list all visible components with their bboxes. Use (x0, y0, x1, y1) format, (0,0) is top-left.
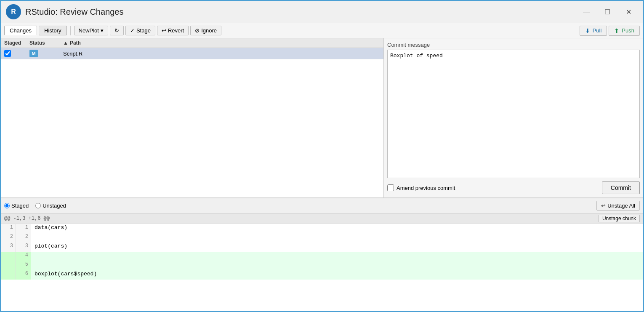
file-panel: Staged Status ▲ Path M Script.R (1, 38, 384, 197)
push-label: Push (622, 27, 634, 34)
unstaged-radio-label: Unstaged (43, 203, 66, 209)
pull-arrow-icon: ⬇ (585, 27, 590, 34)
file-list-header: Staged Status ▲ Path (1, 38, 383, 48)
commit-button[interactable]: Commit (602, 181, 640, 194)
amend-label[interactable]: Amend previous commit (387, 184, 455, 191)
line-num-new: 2 (16, 233, 31, 243)
line-content (31, 261, 643, 270)
line-content (31, 252, 643, 261)
line-num-old (1, 252, 16, 261)
diff-lines: 1 1 data(cars) 2 2 3 3 plot(cars) (1, 224, 643, 280)
main-content: Staged Status ▲ Path M Script.R (1, 38, 643, 197)
stage-label: Stage (136, 27, 151, 34)
push-arrow-icon: ⬆ (614, 27, 619, 34)
unstage-chunk-button[interactable]: Unstage chunk (599, 215, 640, 222)
diff-line: 2 2 (1, 233, 643, 243)
chunk-label: @@ -1,3 +1,6 @@ (4, 216, 50, 221)
unstaged-radio-item[interactable]: Unstaged (35, 203, 66, 209)
diff-line: 3 3 plot(cars) (1, 243, 643, 252)
diff-line-added: 6 boxplot(cars$speed) (1, 270, 643, 280)
file-path-cell: Script.R (63, 51, 380, 57)
title-bar: R RStudio: Review Changes — ☐ ✕ (1, 1, 643, 23)
ignore-icon: ⊘ (195, 27, 200, 34)
radio-group: Staged Unstaged (4, 203, 66, 209)
minimize-button[interactable]: — (577, 5, 596, 19)
commit-panel: Commit message Boxplot of speed Amend pr… (384, 38, 643, 197)
staged-radio-label: Staged (11, 203, 29, 209)
refresh-icon: ↻ (114, 27, 119, 34)
diff-chunk-header: @@ -1,3 +1,6 @@ Unstage chunk (1, 213, 643, 224)
line-content: boxplot(cars$speed) (31, 270, 643, 280)
table-row[interactable]: M Script.R (1, 48, 383, 59)
app-logo: R (6, 4, 21, 19)
history-tab[interactable]: History (39, 26, 67, 35)
status-cell: M (29, 50, 63, 57)
window-title: RStudio: Review Changes (25, 7, 577, 17)
col-staged-header: Staged (4, 40, 29, 46)
line-content: plot(cars) (31, 243, 643, 252)
diff-content: @@ -1,3 +1,6 @@ Unstage chunk 1 1 data(c… (1, 213, 643, 311)
maximize-button[interactable]: ☐ (598, 5, 617, 19)
commit-message-input[interactable]: Boxplot of speed (387, 50, 640, 178)
line-num-old (1, 261, 16, 270)
diff-line: 1 1 data(cars) (1, 224, 643, 233)
revert-label: Revert (168, 27, 184, 34)
pull-label: Pull (593, 27, 602, 34)
commit-footer: Amend previous commit Commit (387, 181, 640, 194)
unstage-icon: ↩ (601, 203, 606, 209)
line-num-old: 3 (1, 243, 16, 252)
newplot-label: NewPlot (79, 27, 99, 34)
window-controls: — ☐ ✕ (577, 5, 638, 19)
changes-tab[interactable]: Changes (4, 26, 37, 35)
diff-toolbar: Staged Unstaged ↩ Unstage All (1, 198, 643, 213)
line-content (31, 233, 643, 243)
sort-arrow-icon: ▲ (63, 40, 68, 46)
file-list: M Script.R (1, 48, 383, 197)
pull-button[interactable]: ⬇ Pull (580, 26, 607, 36)
revert-button[interactable]: ↩ Revert (157, 26, 189, 35)
line-num-new: 3 (16, 243, 31, 252)
stage-button[interactable]: ✓ Stage (125, 26, 155, 35)
line-num-old: 1 (1, 224, 16, 233)
diff-line-added: 4 (1, 252, 643, 261)
staged-cell (4, 50, 29, 57)
line-num-new: 5 (16, 261, 31, 270)
col-status-header: Status (29, 40, 63, 46)
stage-checkbox[interactable] (4, 50, 11, 57)
line-num-old: 2 (1, 233, 16, 243)
diff-line-added: 5 (1, 261, 643, 270)
line-content: data(cars) (31, 224, 643, 233)
refresh-button[interactable]: ↻ (110, 26, 124, 35)
unstaged-radio[interactable] (35, 203, 41, 208)
staged-radio[interactable] (4, 203, 10, 208)
amend-text: Amend previous commit (397, 185, 455, 191)
diff-panel: Staged Unstaged ↩ Unstage All @@ -1,3 +1… (1, 197, 643, 311)
push-button[interactable]: ⬆ Push (609, 26, 640, 36)
col-path-header: ▲ Path (63, 40, 380, 46)
amend-checkbox[interactable] (387, 184, 394, 191)
line-num-new: 4 (16, 252, 31, 261)
line-num-new: 6 (16, 270, 31, 280)
commit-message-label: Commit message (387, 42, 640, 48)
status-badge: M (29, 50, 38, 57)
toolbar: Changes History NewPlot ▾ ↻ ✓ Stage ↩ Re… (1, 23, 643, 38)
ignore-label: Ignore (201, 27, 217, 34)
toolbar-separator (70, 26, 71, 35)
check-icon: ✓ (130, 27, 135, 34)
ignore-button[interactable]: ⊘ Ignore (190, 26, 221, 35)
main-window: R RStudio: Review Changes — ☐ ✕ Changes … (0, 0, 644, 312)
line-num-new: 1 (16, 224, 31, 233)
col-path-label: Path (70, 40, 81, 46)
unstage-all-button[interactable]: ↩ Unstage All (596, 201, 640, 211)
dropdown-arrow-icon: ▾ (101, 27, 104, 34)
line-num-old (1, 270, 16, 280)
newplot-button[interactable]: NewPlot ▾ (74, 26, 108, 35)
close-button[interactable]: ✕ (619, 5, 638, 19)
revert-icon: ↩ (162, 27, 166, 34)
staged-radio-item[interactable]: Staged (4, 203, 29, 209)
unstage-all-label: Unstage All (607, 203, 635, 209)
